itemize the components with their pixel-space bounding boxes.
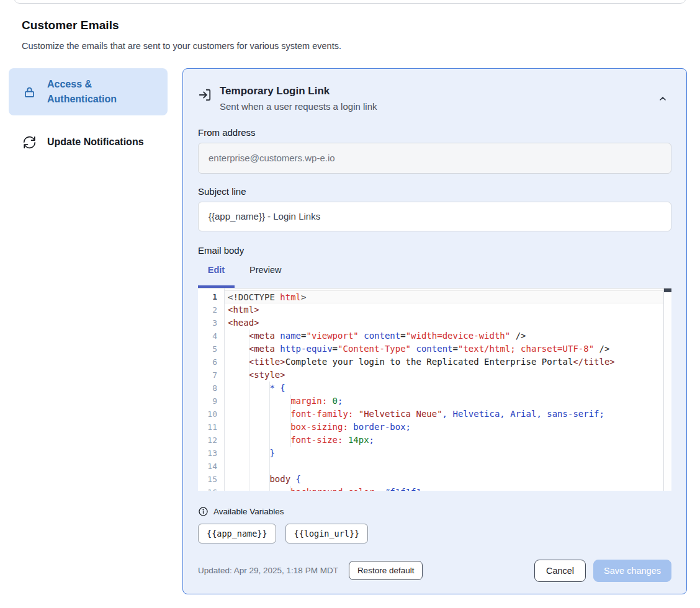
chevron-up-icon	[658, 94, 668, 104]
code-token	[290, 474, 295, 484]
card-header: Temporary Login Link Sent when a user re…	[198, 84, 671, 112]
code-token	[228, 422, 290, 432]
editor-tabs: EditPreview	[198, 265, 671, 288]
previous-card-bottom-edge	[14, 0, 686, 4]
indent-guide	[269, 395, 270, 408]
code-token: <style>	[249, 370, 285, 380]
indent-guide	[290, 408, 291, 421]
code-line: <!DOCTYPE html>	[225, 290, 663, 303]
code-token: <meta	[249, 344, 275, 354]
code-line	[225, 460, 663, 473]
code-token: content	[416, 344, 453, 354]
indent-guide	[290, 395, 291, 408]
indent-guide	[290, 434, 291, 447]
code-line: <meta name="viewport" content="width=dev…	[225, 329, 663, 342]
sidebar-item-label: Update Notifications	[47, 135, 144, 150]
indent-guide	[249, 342, 249, 355]
code-token	[228, 487, 290, 491]
indent-guide	[249, 395, 249, 408]
editor-scrollbar[interactable]	[663, 288, 671, 491]
code-token	[228, 331, 249, 341]
code-line: <head>	[225, 316, 663, 329]
save-changes-button[interactable]: Save changes	[593, 560, 671, 582]
code-token	[542, 409, 547, 419]
code-token: content	[364, 331, 400, 341]
code-token	[228, 435, 290, 445]
tab-edit[interactable]: Edit	[198, 265, 235, 275]
subject-line-input[interactable]	[198, 202, 671, 231]
variable-chips: {{app_name}}{{login_url}}	[198, 524, 671, 543]
code-token: font-size:	[290, 435, 343, 445]
code-editor[interactable]: 12345678910111213141516 <!DOCTYPE html><…	[198, 288, 671, 491]
code-line: background-color: #f1f1f1;	[225, 486, 663, 491]
code-token: #f1f1f1	[385, 487, 421, 491]
editor-code-area[interactable]: <!DOCTYPE html><html><head> <meta name="…	[225, 288, 663, 491]
line-number: 16	[198, 486, 224, 491]
cancel-button[interactable]: Cancel	[534, 560, 586, 582]
code-token: "text/html; charset=UTF-8"	[458, 344, 594, 354]
line-number: 5	[198, 342, 224, 355]
indent-guide	[269, 486, 270, 491]
line-number: 14	[198, 460, 224, 473]
code-token: />	[594, 344, 609, 354]
card-subtitle: Sent when a user requests a login link	[220, 101, 377, 112]
indent-guide	[269, 447, 270, 460]
indent-guide	[249, 382, 249, 395]
temporary-login-link-card: Temporary Login Link Sent when a user re…	[182, 68, 687, 594]
variable-chip[interactable]: {{app_name}}	[198, 524, 276, 543]
code-token: http-equiv	[280, 344, 332, 354]
card-header-text: Temporary Login Link Sent when a user re…	[220, 84, 377, 112]
code-token: ;	[599, 409, 604, 419]
indent-guide	[290, 421, 291, 434]
code-token: 0	[333, 396, 338, 406]
code-token: {	[296, 474, 301, 484]
code-line: box-sizing: border-box;	[225, 421, 663, 434]
code-token: name	[280, 331, 301, 341]
available-variables-label: Available Variables	[213, 507, 284, 516]
sidebar-item-access-authentication[interactable]: Access & Authentication	[9, 68, 168, 115]
line-number: 4	[198, 329, 224, 342]
code-token: "width=device-width"	[406, 331, 511, 341]
code-token: <html>	[228, 305, 259, 315]
code-token: >	[301, 292, 306, 302]
tab-preview[interactable]: Preview	[249, 265, 282, 275]
code-token: =	[333, 344, 338, 354]
code-token: *	[269, 383, 274, 393]
code-token	[228, 409, 290, 419]
code-token: <head>	[228, 318, 259, 328]
scrollbar-thumb[interactable]	[664, 288, 671, 292]
line-number: 1	[198, 290, 224, 303]
code-line: <html>	[225, 303, 663, 316]
code-token: ;	[369, 435, 374, 445]
variable-chip[interactable]: {{login_url}}	[285, 524, 369, 543]
card-footer: Updated: Apr 29, 2025, 1:18 PM MDT Resto…	[198, 560, 671, 582]
restore-default-button[interactable]: Restore default	[349, 561, 423, 580]
collapse-button[interactable]	[655, 91, 670, 106]
code-token	[411, 344, 416, 354]
indent-guide	[269, 434, 270, 447]
indent-guide	[249, 434, 249, 447]
content-layout: Access & AuthenticationUpdate Notificati…	[9, 68, 687, 594]
page-title: Customer Emails	[22, 19, 119, 32]
indent-guide	[269, 382, 270, 395]
code-token: font-family:	[290, 409, 353, 419]
code-token	[505, 409, 510, 419]
line-number: 12	[198, 434, 224, 447]
line-number: 10	[198, 408, 224, 421]
code-token: html	[280, 292, 301, 302]
code-token: </title>	[573, 357, 614, 367]
editor-wrap: 12345678910111213141516 <!DOCTYPE html><…	[198, 288, 671, 491]
line-number: 8	[198, 382, 224, 395]
code-token	[228, 344, 249, 354]
code-token: ,	[442, 409, 447, 419]
page-subtitle: Customize the emails that are sent to yo…	[22, 41, 341, 51]
code-token	[228, 396, 290, 406]
code-token: }	[269, 448, 274, 458]
from-address-label: From address	[198, 127, 671, 138]
code-token: <meta	[249, 331, 275, 341]
refresh-icon	[22, 135, 36, 149]
sidebar-item-update-notifications[interactable]: Update Notifications	[9, 130, 168, 154]
code-token: 14px	[348, 435, 369, 445]
code-token: "viewport"	[306, 331, 358, 341]
code-token: box-sizing:	[290, 422, 348, 432]
